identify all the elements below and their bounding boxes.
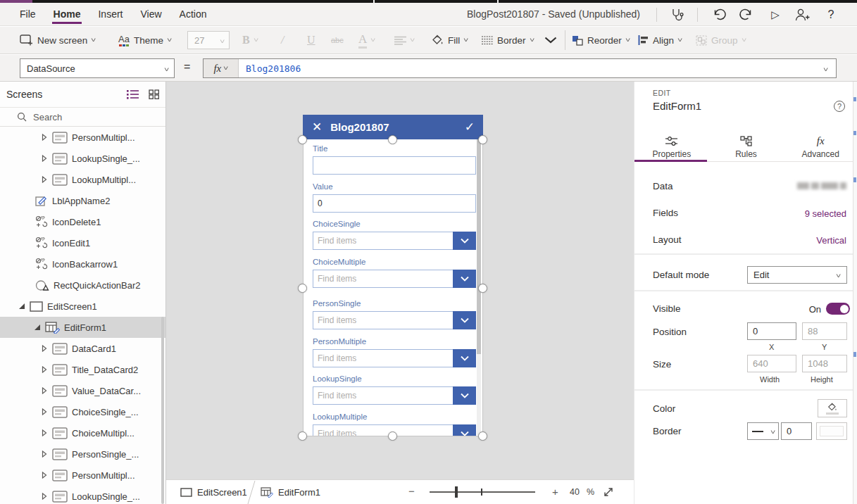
grid-view-icon[interactable] (149, 89, 160, 99)
fields-value[interactable]: 9 selected (805, 208, 846, 219)
position-x-input[interactable]: 0 (747, 322, 796, 340)
tree-item-choicemultipl[interactable]: ChoiceMultipl... (0, 422, 165, 443)
combo-dropdown-button[interactable] (453, 349, 476, 367)
share-icon[interactable] (793, 3, 811, 26)
collapsed-arrow-icon[interactable] (39, 176, 49, 183)
tree-item-lookupsingle[interactable]: LookupSingle_... (0, 148, 165, 169)
collapsed-arrow-icon[interactable] (39, 472, 49, 479)
group-button[interactable]: Group˅ (696, 27, 746, 53)
selection-handle[interactable] (298, 135, 307, 144)
tab-rules[interactable]: Rules (709, 132, 784, 162)
selection-handle[interactable] (478, 284, 487, 293)
tree-item-editscreen1[interactable]: EditScreen1 (0, 296, 165, 317)
design-canvas[interactable]: ✕ Blog201807 ✓ TitleValue0ChoiceSingleFi… (166, 82, 634, 479)
collapsed-arrow-icon[interactable] (39, 493, 49, 500)
combo-personmultiple[interactable]: Find items (313, 349, 476, 367)
fill-button[interactable]: Fill˅ (432, 27, 468, 53)
tree-item-datacard1[interactable]: DataCard1 (0, 338, 165, 359)
panel-help-icon[interactable]: ? (834, 101, 845, 112)
new-screen-button[interactable]: New screen˅ (20, 27, 96, 53)
tree-item-lookupsingle[interactable]: LookupSingle_... (0, 486, 165, 504)
align-button[interactable]: Align˅ (638, 27, 682, 53)
tree-item-titledatacard2[interactable]: Title_DataCard2 (0, 359, 165, 380)
tree-item-lblappname2[interactable]: LblAppName2 (0, 190, 165, 211)
selection-handle[interactable] (478, 431, 487, 441)
collapsed-arrow-icon[interactable] (39, 134, 49, 141)
reorder-button[interactable]: Reorder˅ (572, 27, 630, 53)
tab-advanced[interactable]: fxAdvanced (783, 132, 857, 162)
text-input-value[interactable]: 0 (313, 194, 476, 213)
italic-button[interactable]: / (281, 27, 284, 53)
color-picker-button[interactable] (818, 399, 847, 417)
tree-item-lookupmultipl[interactable]: LookupMultipl... (0, 169, 165, 190)
combo-dropdown-button[interactable] (453, 311, 476, 329)
tree-item-icondelete1[interactable]: IconDelete1 (0, 211, 165, 232)
zoom-in-button[interactable]: + (552, 486, 558, 498)
zoom-slider-track[interactable] (430, 491, 535, 493)
combo-choicemultiple[interactable]: Find items (313, 270, 476, 288)
more-formatting-chevron[interactable] (544, 27, 557, 53)
selection-handle[interactable] (298, 284, 307, 293)
collapsed-arrow-icon[interactable] (39, 155, 49, 162)
combo-lookupsingle[interactable]: Find items (313, 386, 476, 405)
border-style-select[interactable]: ˅ (747, 422, 779, 440)
formula-input[interactable]: fx˅ Blog201806 ˅ (203, 58, 837, 78)
collapsed-arrow-icon[interactable] (39, 366, 49, 373)
tab-properties[interactable]: Properties (634, 132, 709, 162)
theme-button[interactable]: Aa Theme˅ (118, 27, 171, 53)
menu-action[interactable]: Action (180, 3, 207, 25)
redo-icon[interactable] (737, 3, 755, 26)
formula-expand-chevron[interactable]: ˅ (823, 66, 828, 73)
size-width-input[interactable]: 640 (747, 355, 796, 372)
tree-view-icon[interactable] (127, 89, 139, 99)
border-button[interactable]: Border˅ (482, 27, 534, 53)
tree-item-personmultipl[interactable]: PersonMultipl... (0, 465, 165, 486)
tree-item-personmultipl[interactable]: PersonMultipl... (0, 127, 165, 148)
selection-handle[interactable] (388, 431, 397, 441)
tree-item-iconedit1[interactable]: IconEdit1 (0, 232, 165, 253)
text-input-title[interactable] (313, 156, 476, 175)
selection-handle[interactable] (478, 135, 487, 144)
tree-item-choicesingle[interactable]: ChoiceSingle_... (0, 401, 165, 422)
expanded-arrow-icon[interactable] (17, 303, 27, 309)
form-scrollbar-thumb[interactable] (477, 139, 481, 354)
menu-view[interactable]: View (140, 3, 161, 25)
sidebar-scrollbar[interactable] (161, 317, 164, 504)
collapsed-arrow-icon[interactable] (39, 345, 49, 352)
strikethrough-button[interactable]: abc (331, 27, 344, 53)
combo-personsingle[interactable]: Find items (313, 311, 476, 329)
combo-dropdown-button[interactable] (453, 424, 476, 436)
tree-item-valuedatacar[interactable]: Value_DataCar... (0, 380, 165, 401)
tree-item-iconbackarrow1[interactable]: IconBackarrow1 (0, 253, 165, 275)
combo-choicesingle[interactable]: Find items (313, 232, 476, 250)
text-align-button[interactable]: ˅ (394, 27, 414, 53)
play-icon[interactable]: ▷ (766, 3, 784, 26)
menu-home[interactable]: Home (54, 3, 81, 25)
bold-button[interactable]: B˅ (242, 27, 258, 53)
border-width-input[interactable]: 0 (781, 422, 812, 440)
combo-dropdown-button[interactable] (453, 232, 476, 250)
border-color-swatch[interactable] (816, 422, 847, 440)
data-value-redacted[interactable] (797, 182, 846, 189)
edit-form[interactable]: TitleValue0ChoiceSingleFind itemsChoiceM… (303, 139, 483, 436)
tree-item-rectquickactionbar2[interactable]: RectQuickActionBar2 (0, 275, 165, 296)
selection-handle[interactable] (388, 135, 397, 144)
app-checker-icon[interactable] (668, 3, 686, 26)
undo-icon[interactable] (711, 3, 729, 26)
menu-insert[interactable]: Insert (98, 3, 123, 25)
fit-to-window-icon[interactable] (603, 486, 614, 498)
fx-button[interactable]: fx˅ (204, 59, 239, 77)
menu-file[interactable]: File (20, 3, 36, 25)
size-height-input[interactable]: 1048 (802, 355, 847, 372)
collapsed-arrow-icon[interactable] (39, 387, 49, 394)
layout-value[interactable]: Vertical (816, 235, 846, 246)
expanded-arrow-icon[interactable] (32, 325, 42, 330)
combo-dropdown-button[interactable] (453, 386, 476, 405)
cancel-icon[interactable]: ✕ (312, 120, 322, 134)
collapsed-arrow-icon[interactable] (39, 429, 49, 436)
zoom-slider-handle[interactable] (455, 486, 458, 498)
combo-dropdown-button[interactable] (453, 270, 476, 288)
property-select[interactable]: DataSource˅ (20, 58, 175, 78)
tree-item-personsingle[interactable]: PersonSingle_... (0, 443, 165, 465)
check-icon[interactable]: ✓ (465, 120, 475, 134)
